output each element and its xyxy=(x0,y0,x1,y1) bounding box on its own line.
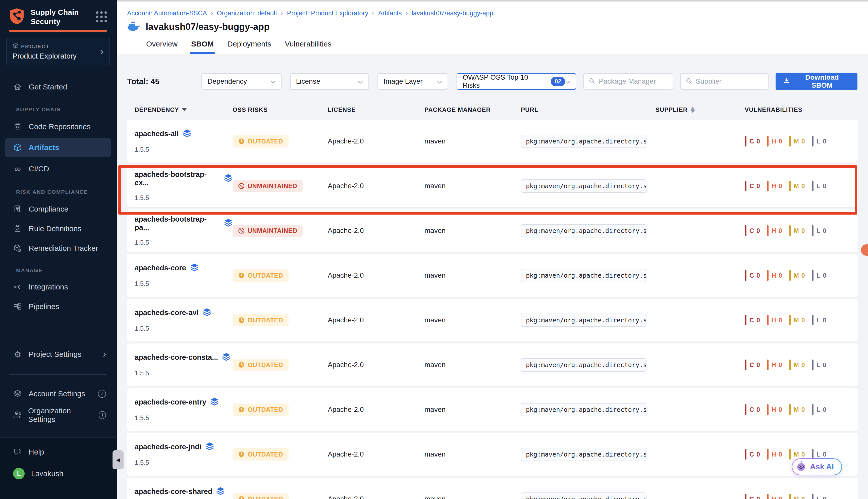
table-row[interactable]: apacheds-core 1.5.5 OUTDATED Apache-2.0 … xyxy=(127,254,858,297)
layers-icon[interactable] xyxy=(210,398,219,407)
vuln-medium-count: M0 xyxy=(789,494,805,499)
tab-vulnerabilities[interactable]: Vulnerabilities xyxy=(283,40,333,54)
purl-value[interactable]: pkg:maven/org.apache.directory.s… xyxy=(521,358,646,372)
breadcrumb-link-artifacts[interactable]: Artifacts xyxy=(378,9,402,17)
table-row[interactable]: apacheds-bootstrap-ex... 1.5.5 UNMAINTAI… xyxy=(127,165,858,207)
breadcrumb-separator: › xyxy=(211,9,213,17)
purl-value[interactable]: pkg:maven/org.apache.directory.s… xyxy=(521,224,646,238)
crossed-circle-icon xyxy=(238,227,245,234)
sidebar-item-pipelines[interactable]: Pipelines xyxy=(0,299,116,315)
sidebar-item-help[interactable]: ? Help xyxy=(0,444,116,460)
oss-risk-cell: OUTDATED xyxy=(233,314,328,326)
layers-icon[interactable] xyxy=(224,219,233,228)
layers-icon[interactable] xyxy=(190,263,199,273)
purl-value[interactable]: pkg:maven/org.apache.directory.s… xyxy=(521,314,646,327)
vulnerabilities-cell[interactable]: C0 H0 M0 L0 xyxy=(745,315,858,325)
sidebar-item-label: Project Settings xyxy=(29,350,82,358)
sidebar-item-remediation-tracker[interactable]: Remediation Tracker xyxy=(0,240,116,256)
vulnerabilities-cell[interactable]: C0 H0 M0 L0 xyxy=(745,181,858,191)
table-row[interactable]: apacheds-core-shared 1.5.5 OUTDATED Apac… xyxy=(127,478,858,499)
table-row[interactable]: apacheds-all 1.5.5 OUTDATED Apache-2.0 m… xyxy=(127,120,858,162)
dependency-name[interactable]: apacheds-all xyxy=(135,130,179,138)
ask-ai-button[interactable]: Ask AI xyxy=(792,458,842,475)
filter-count-badge: 02 xyxy=(551,77,565,86)
sidebar-item-rule-definitions[interactable]: Rule Definitions xyxy=(0,221,116,237)
supplier-search-input[interactable] xyxy=(696,77,763,85)
dependency-cell: apacheds-all 1.5.5 xyxy=(135,129,233,154)
clock-icon xyxy=(238,451,245,458)
table-row[interactable]: apacheds-bootstrap-pa... 1.5.5 UNMAINTAI… xyxy=(127,209,858,252)
layers-icon[interactable] xyxy=(203,308,211,318)
table-row[interactable]: apacheds-core-avl 1.5.5 OUTDATED Apache-… xyxy=(127,299,858,341)
vulnerabilities-cell[interactable]: C0 H0 M0 L0 xyxy=(745,404,858,415)
license-filter-dropdown[interactable]: License xyxy=(290,73,369,90)
sidebar: Supply Chain Security PROJECT Product Ex… xyxy=(0,0,117,499)
app-grid-icon[interactable] xyxy=(96,11,107,22)
dependency-cell: apacheds-core-jndi 1.5.5 xyxy=(135,442,233,466)
sidebar-item-compliance[interactable]: Compliance xyxy=(0,201,116,217)
dependency-name[interactable]: apacheds-core-avl xyxy=(135,308,199,317)
purl-value[interactable]: pkg:maven/org.apache.directory.s… xyxy=(521,403,646,416)
dependency-name[interactable]: apacheds-core-entry xyxy=(135,398,206,406)
layers-icon[interactable] xyxy=(206,442,214,452)
table-row[interactable]: apacheds-core-entry 1.5.5 OUTDATED Apach… xyxy=(127,388,858,431)
tab-overview[interactable]: Overview xyxy=(145,40,179,54)
sidebar-item-cicd[interactable]: ∞ CI/CD xyxy=(0,161,116,177)
breadcrumb-link-account[interactable]: Account: Automation-SSCA xyxy=(127,9,207,17)
dependency-name[interactable]: apacheds-bootstrap-ex... xyxy=(135,170,220,187)
sidebar-item-project-settings[interactable]: ⚙ Project Settings › xyxy=(0,346,116,362)
tab-sbom[interactable]: SBOM xyxy=(190,40,215,54)
dependency-name[interactable]: apacheds-core-jndi xyxy=(135,443,201,451)
owasp-risks-filter-dropdown[interactable]: OWASP OSS Top 10 Risks 02 xyxy=(457,73,576,90)
project-selector[interactable]: PROJECT Product Exploratory › xyxy=(6,38,110,65)
sidebar-item-integrations[interactable]: Integrations xyxy=(0,279,116,295)
table-row[interactable]: apacheds-core-jndi 1.5.5 OUTDATED Apache… xyxy=(127,433,858,476)
purl-value[interactable]: pkg:maven/org.apache.directory.s… xyxy=(521,179,646,193)
dropdown-label: Dependency xyxy=(208,77,247,85)
purl-value[interactable]: pkg:maven/org.apache.directory.s… xyxy=(521,448,646,461)
layers-gear-icon xyxy=(13,389,22,398)
sidebar-item-get-started[interactable]: Get Started xyxy=(0,79,116,95)
dependency-name[interactable]: apacheds-core xyxy=(135,264,186,272)
breadcrumb-link-project[interactable]: Project: Product Exploratory xyxy=(287,9,369,17)
package-manager-cell: maven xyxy=(424,271,521,279)
purl-value[interactable]: pkg:maven/org.apache.directory.s… xyxy=(521,135,646,148)
sidebar-item-code-repositories[interactable]: Code Repositories xyxy=(0,119,116,135)
download-sbom-button[interactable]: Download SBOM xyxy=(776,73,857,90)
vulnerabilities-cell[interactable]: C0 H0 M0 L0 xyxy=(745,360,858,370)
column-header-dependency[interactable]: DEPENDENCY xyxy=(135,106,233,113)
dependency-name[interactable]: apacheds-bootstrap-pa... xyxy=(135,215,220,232)
breadcrumb-link-organization[interactable]: Organization: default xyxy=(217,9,277,17)
image-layer-filter-dropdown[interactable]: Image Layer xyxy=(377,73,448,90)
sidebar-collapse-handle[interactable]: ◀ xyxy=(112,450,124,469)
column-header-package-manager: PACKAGE MANAGER xyxy=(424,106,521,113)
vuln-high-count: H0 xyxy=(767,181,782,191)
purl-value[interactable]: pkg:maven/org.apache.directory.s… xyxy=(521,269,646,282)
vulnerabilities-cell[interactable]: C0 H0 M0 L0 xyxy=(745,136,858,146)
vulnerabilities-cell[interactable]: C0 H0 M0 L0 xyxy=(745,226,858,236)
table-row[interactable]: apacheds-core-consta... 1.5.5 OUTDATED A… xyxy=(127,343,858,386)
dependency-name[interactable]: apacheds-core-shared xyxy=(135,487,212,496)
layers-icon[interactable] xyxy=(224,174,233,183)
vulnerabilities-cell[interactable]: C0 H0 M0 L0 xyxy=(745,270,858,281)
dependency-name[interactable]: apacheds-core-consta... xyxy=(135,353,218,362)
layers-icon[interactable] xyxy=(216,487,225,497)
vulnerabilities-cell[interactable]: C0 H0 M0 L0 xyxy=(745,449,858,460)
vulnerabilities-cell[interactable]: C0 H0 M0 L0 xyxy=(745,494,858,499)
package-manager-search-input[interactable] xyxy=(599,77,668,85)
breadcrumb-link-artifact[interactable]: lavakush07/easy-buggy-app xyxy=(412,9,493,17)
sidebar-item-artifacts[interactable]: Artifacts xyxy=(5,138,111,157)
sidebar-item-account-settings[interactable]: Account Settings i xyxy=(0,386,116,402)
user-menu[interactable]: L Lavakush xyxy=(0,465,116,482)
vuln-high-count: H0 xyxy=(767,226,782,236)
package-manager-search xyxy=(583,73,673,90)
tab-deployments[interactable]: Deployments xyxy=(226,40,273,54)
document-search-icon xyxy=(13,205,22,213)
column-header-supplier[interactable]: SUPPLIER xyxy=(656,106,745,113)
layers-icon[interactable] xyxy=(183,129,191,139)
oss-risk-label: OUTDATED xyxy=(248,138,283,145)
dependency-filter-dropdown[interactable]: Dependency xyxy=(201,73,281,90)
purl-value[interactable]: pkg:maven/org.apache.directory.s… xyxy=(521,492,646,499)
layers-icon[interactable] xyxy=(222,353,231,362)
sidebar-item-organization-settings[interactable]: Organization Settings i xyxy=(0,407,116,423)
